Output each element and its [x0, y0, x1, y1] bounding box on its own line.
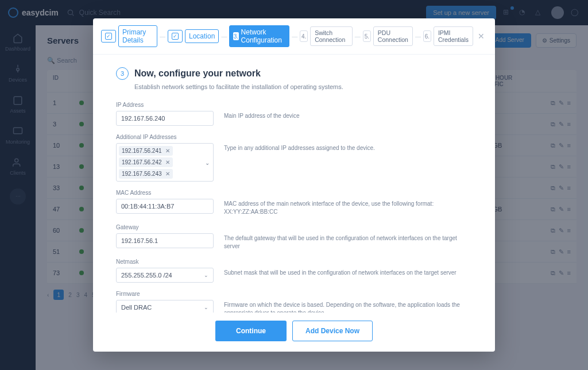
chevron-down-icon: ⌄: [204, 272, 208, 278]
mac-address-input[interactable]: [116, 199, 214, 214]
wizard-modal: ✓ Primary Details — ✓ Location — 3.Netwo…: [93, 18, 495, 352]
additional-ip-label: Additional IP Addresses: [116, 134, 214, 140]
firmware-label: Firmware: [116, 291, 214, 297]
remove-chip-icon[interactable]: ✕: [165, 159, 170, 165]
modal-subheading: Establish network settings to facilitate…: [134, 83, 472, 90]
check-icon: ✓: [105, 33, 112, 40]
mac-help: MAC address of the main network interfac…: [224, 190, 472, 216]
mac-label: MAC Address: [116, 190, 214, 196]
continue-button[interactable]: Continue: [215, 321, 287, 341]
ip-chip: 192.167.56.243✕: [119, 169, 173, 179]
chevron-down-icon[interactable]: ⌄: [205, 159, 210, 165]
check-icon: ✓: [172, 33, 179, 40]
gateway-input[interactable]: [116, 233, 214, 248]
chevron-down-icon: ⌄: [204, 305, 208, 310]
step-number-badge: 3: [116, 67, 129, 80]
add-device-now-button[interactable]: Add Device Now: [292, 321, 373, 341]
modal-overlay: ✓ Primary Details — ✓ Location — 3.Netwo…: [0, 0, 588, 370]
step-network-configuration[interactable]: 3.Network Configuration: [229, 25, 289, 47]
ip-chip: 192.167.56.242✕: [119, 157, 173, 167]
firmware-select[interactable]: Dell DRAC⌄: [116, 300, 214, 313]
remove-chip-icon[interactable]: ✕: [165, 148, 170, 154]
additional-ip-help: Type in any additional IP addresses assi…: [224, 134, 472, 182]
step-location[interactable]: ✓: [168, 30, 183, 43]
gateway-label: Gateway: [116, 224, 214, 230]
step-primary-details-label[interactable]: Primary Details: [118, 25, 157, 47]
netmask-help: Subnet mask that will be used in the con…: [224, 259, 472, 283]
step-ipmi-credentials[interactable]: IPMI Credentials: [434, 26, 473, 46]
remove-chip-icon[interactable]: ✕: [165, 171, 170, 177]
ip-address-input[interactable]: [116, 111, 214, 126]
modal-heading: Now, configure your network: [134, 68, 261, 79]
step-location-label[interactable]: Location: [185, 29, 219, 43]
step-6-num[interactable]: 6.: [423, 30, 431, 42]
step-switch-connection[interactable]: Switch Connection: [310, 26, 353, 46]
step-5-num[interactable]: 5.: [363, 30, 371, 42]
additional-ip-input[interactable]: 192.167.56.241✕ 192.167.56.242✕ 192.167.…: [116, 143, 214, 182]
firmware-help: Firmware on which the device is based. D…: [224, 291, 472, 313]
netmask-label: Netmask: [116, 259, 214, 265]
netmask-select[interactable]: 255.255.255.0 /24⌄: [116, 268, 214, 283]
ip-chip: 192.167.56.241✕: [119, 146, 173, 156]
gateway-help: The default gateway that will be used in…: [224, 224, 472, 250]
ip-help: Main IP address of the device: [224, 102, 472, 126]
step-pdu-connection[interactable]: PDU Connection: [373, 26, 413, 46]
ip-label: IP Address: [116, 102, 214, 108]
step-primary-details[interactable]: ✓: [101, 30, 116, 43]
close-icon[interactable]: ✕: [475, 32, 487, 41]
step-4-num[interactable]: 4.: [300, 30, 308, 42]
wizard-steps: ✓ Primary Details — ✓ Location — 3.Netwo…: [93, 18, 495, 55]
